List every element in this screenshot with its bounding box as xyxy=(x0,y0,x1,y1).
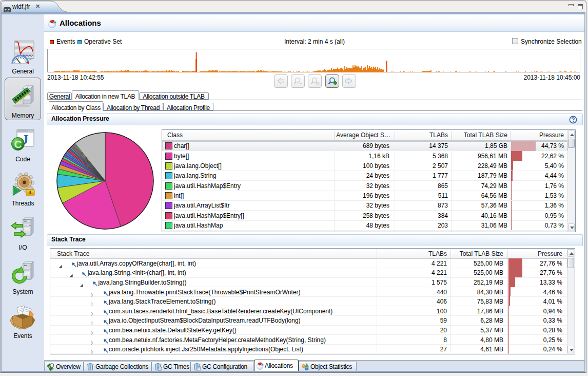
svg-text:C: C xyxy=(14,138,22,150)
